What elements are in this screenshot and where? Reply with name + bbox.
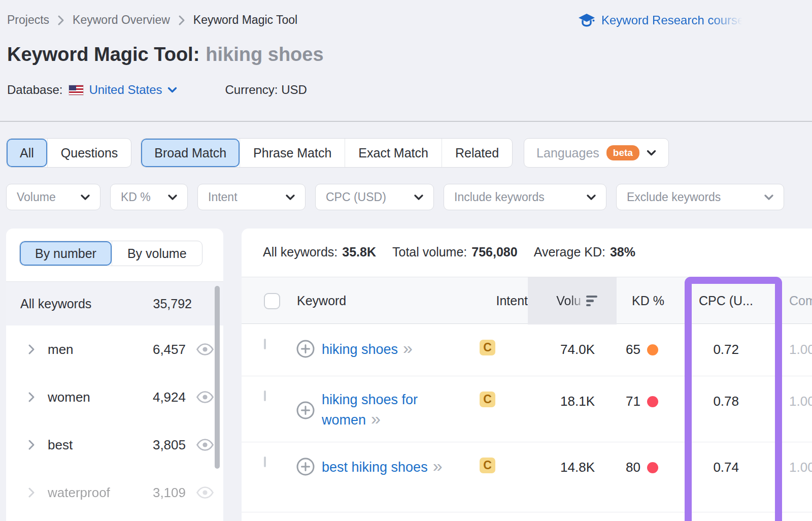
- stat-average-kd: Average KD:38%: [534, 245, 635, 259]
- group-item-men[interactable]: men 6,457: [6, 325, 223, 373]
- header-competition[interactable]: Com: [782, 294, 812, 308]
- toggle-by-number[interactable]: By number: [20, 241, 112, 266]
- keyword-magic-tool-page: { "colors": { "link_blue": "#1a6fc9", "a…: [0, 0, 812, 521]
- database-selector[interactable]: United States: [89, 83, 177, 97]
- header-kd[interactable]: KD %: [617, 294, 685, 308]
- all-keywords-row[interactable]: All keywords 35,792: [6, 282, 223, 325]
- table-stats: All keywords:35.8K Total volume:756,080 …: [242, 229, 812, 259]
- chevron-right-icon: [178, 15, 185, 26]
- cpc-value: 0.78: [685, 376, 782, 409]
- stat-all-keywords: All keywords:35.8K: [263, 245, 376, 259]
- kd-cell: 65: [617, 324, 685, 357]
- exclude-keywords-filter[interactable]: Exclude keywords: [616, 184, 784, 210]
- cpc-value: 0.74: [685, 442, 782, 475]
- chevron-down-icon: [168, 194, 177, 200]
- breadcrumb-projects[interactable]: Projects: [7, 13, 49, 27]
- database-value: United States: [89, 83, 162, 97]
- chevron-right-icon[interactable]: [27, 439, 36, 451]
- group-count: 3,109: [153, 485, 186, 501]
- us-flag-icon: [69, 85, 84, 95]
- group-item-best[interactable]: best 3,805: [6, 421, 223, 469]
- chevron-down-icon: [286, 194, 295, 200]
- match-group: Broad Match Phrase Match Exact Match Rel…: [141, 138, 513, 168]
- eye-icon[interactable]: [196, 343, 214, 356]
- kd-filter[interactable]: KD %: [110, 184, 188, 210]
- include-keywords-label: Include keywords: [454, 190, 545, 204]
- row-checkbox[interactable]: [264, 390, 266, 401]
- database-label: Database:: [7, 83, 62, 97]
- open-keyword-icon[interactable]: »: [433, 456, 442, 475]
- intent-badge: C: [480, 340, 495, 355]
- tab-phrase-match[interactable]: Phrase Match: [240, 139, 345, 167]
- group-count: 3,805: [153, 437, 186, 453]
- header-intent[interactable]: Intent: [480, 294, 528, 308]
- keywords-table-panel: All keywords:35.8K Total volume:756,080 …: [242, 229, 812, 521]
- chevron-right-icon: [57, 15, 64, 26]
- group-item-waterproof[interactable]: waterproof 3,109: [6, 469, 223, 516]
- row-checkbox[interactable]: [264, 339, 266, 349]
- keyword-link[interactable]: hiking shoes: [322, 342, 398, 357]
- database-currency-row: Database: United States Currency: USD: [7, 83, 307, 97]
- intent-filter-label: Intent: [208, 190, 238, 204]
- kd-difficulty-dot: [647, 344, 658, 355]
- tab-broad-match[interactable]: Broad Match: [141, 139, 240, 167]
- languages-label: Languages: [536, 146, 599, 160]
- chevron-down-icon: [587, 194, 596, 200]
- add-keyword-icon[interactable]: [296, 339, 315, 359]
- keyword-research-course-link[interactable]: Keyword Research course: [578, 12, 744, 28]
- open-keyword-icon[interactable]: »: [403, 338, 412, 357]
- include-keywords-filter[interactable]: Include keywords: [444, 184, 606, 210]
- intent-filter[interactable]: Intent: [197, 184, 306, 210]
- table-body: hiking shoes» C 74.0K 65 0.72 1.00 hikin…: [242, 324, 812, 512]
- header-cpc[interactable]: CPC (U...: [685, 294, 782, 308]
- breadcrumb-keyword-overview[interactable]: Keyword Overview: [73, 13, 170, 27]
- volume-filter[interactable]: Volume: [6, 184, 100, 210]
- sidebar-scrollbar[interactable]: [215, 286, 220, 469]
- kd-value: 80: [626, 460, 640, 475]
- kd-value: 71: [626, 394, 640, 409]
- tab-questions[interactable]: Questions: [47, 139, 131, 167]
- cpc-filter[interactable]: CPC (USD): [315, 184, 434, 210]
- select-all-checkbox[interactable]: [264, 293, 280, 309]
- add-keyword-icon[interactable]: [296, 457, 315, 477]
- volume-value: 18.1K: [528, 376, 617, 409]
- kd-value: 65: [626, 342, 640, 357]
- eye-icon[interactable]: [196, 438, 214, 451]
- group-label: best: [48, 437, 73, 453]
- tab-related[interactable]: Related: [442, 139, 512, 167]
- all-questions-group: All Questions: [6, 138, 131, 168]
- chevron-down-icon: [764, 194, 773, 200]
- row-checkbox[interactable]: [264, 457, 266, 467]
- keyword-link[interactable]: hiking shoes for women: [322, 392, 418, 428]
- keyword-groups-sidebar: By number By volume All keywords 35,792 …: [6, 229, 223, 521]
- breadcrumb-current: Keyword Magic Tool: [193, 13, 297, 27]
- course-link-label: Keyword Research course: [601, 13, 744, 27]
- competition-value: 1.00: [782, 324, 812, 357]
- add-keyword-icon[interactable]: [296, 390, 315, 430]
- page-title: Keyword Magic Tool:hiking shoes: [7, 44, 324, 66]
- kd-difficulty-dot: [647, 396, 658, 407]
- eye-icon[interactable]: [196, 486, 214, 499]
- competition-value: 1.00: [782, 376, 812, 409]
- tab-exact-match[interactable]: Exact Match: [345, 139, 442, 167]
- intent-badge: C: [480, 392, 495, 407]
- chevron-right-icon[interactable]: [27, 343, 36, 355]
- open-keyword-icon[interactable]: »: [371, 409, 380, 428]
- search-query: hiking shoes: [206, 44, 323, 65]
- chevron-right-icon[interactable]: [27, 486, 36, 499]
- chevron-down-icon: [414, 194, 423, 200]
- eye-icon[interactable]: [196, 390, 214, 404]
- tab-all[interactable]: All: [7, 139, 47, 167]
- header-volume[interactable]: Volu: [528, 277, 617, 324]
- sort-descending-icon: [586, 296, 597, 307]
- tool-name: Keyword Magic Tool:: [7, 44, 199, 65]
- chevron-right-icon[interactable]: [27, 391, 36, 403]
- table-row: hiking shoes» C 74.0K 65 0.72 1.00: [242, 324, 812, 376]
- group-count: 6,457: [153, 342, 186, 357]
- toggle-by-volume[interactable]: By volume: [112, 241, 202, 266]
- match-type-tabs: All Questions Broad Match Phrase Match E…: [6, 138, 669, 168]
- group-item-women[interactable]: women 4,924: [6, 373, 223, 421]
- keyword-link[interactable]: best hiking shoes: [322, 460, 428, 475]
- languages-dropdown[interactable]: Languages beta: [524, 138, 669, 168]
- volume-filter-label: Volume: [17, 190, 56, 204]
